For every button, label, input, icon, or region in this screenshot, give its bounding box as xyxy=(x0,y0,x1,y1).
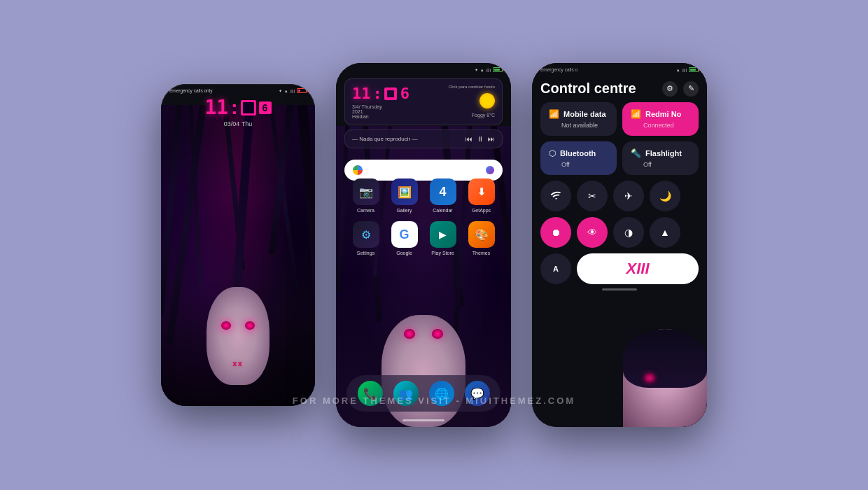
signal-status-icon: |||| xyxy=(290,89,295,93)
app-google[interactable]: G Google xyxy=(388,221,420,255)
tile-mobile-data[interactable]: 📶 Mobile data Not available xyxy=(540,102,617,136)
status-icons-right: ▲ |||| xyxy=(676,67,699,72)
flashlight-label: Flashlight xyxy=(645,149,682,158)
app-playstore[interactable]: ▶ Play Store xyxy=(427,221,458,255)
tiles-row-2: ⬡ Bluetooth Off 🔦 Flashlight Off xyxy=(540,141,699,175)
phone-center: ✦ ▲ |||| xyxy=(336,63,511,427)
tile-mobile-data-header: 📶 Mobile data xyxy=(549,109,608,119)
anime-head xyxy=(623,329,707,427)
tile-flashlight-header: 🔦 Flashlight xyxy=(631,148,690,158)
clock-box1 xyxy=(384,88,397,100)
clock-hour: 11 xyxy=(352,85,371,102)
play-icon[interactable]: ⏸ xyxy=(477,135,484,143)
next-icon[interactable]: ⏭ xyxy=(488,135,495,143)
music-controls[interactable]: ⏮ ⏸ ⏭ xyxy=(465,135,495,143)
playstore-icon[interactable]: ▶ xyxy=(430,221,456,248)
app-settings[interactable]: ⚙ Settings xyxy=(350,221,382,255)
watermark: FOR MORE THEMES VISIT - MIUITHEMEZ.COM xyxy=(293,396,575,406)
scissors-toggle[interactable]: ✂ xyxy=(577,181,608,211)
tile-flashlight[interactable]: 🔦 Flashlight Off xyxy=(622,141,699,175)
sun-icon xyxy=(479,93,495,108)
phone-left: Emergency calls only ✦ ▲ |||| 11 : 6 03/… xyxy=(161,84,315,406)
status-icons-center: ✦ ▲ |||| xyxy=(475,67,503,72)
anime-face: xx xyxy=(206,287,270,385)
playstore-label: Play Store xyxy=(431,251,454,255)
bluetooth-center-icon: ✦ xyxy=(475,67,478,72)
mobile-data-icon: 📶 xyxy=(549,109,559,119)
app-themes[interactable]: 🎨 Themes xyxy=(465,221,497,255)
status-right-left: Emergency calls o xyxy=(540,67,578,72)
hour-digit: 11 xyxy=(204,98,228,118)
toggles-row-2: ⏺ 👁 ◑ ▲ xyxy=(540,217,699,248)
battery-icon-center xyxy=(493,67,503,72)
redmi-label: Redmi No xyxy=(645,110,681,118)
tile-redmi-header: 📶 Redmi No xyxy=(631,109,690,119)
control-header: Control centre ⚙ ✎ xyxy=(540,74,699,102)
handle-indicator xyxy=(602,288,637,290)
clock-colon: : xyxy=(373,85,382,102)
camera-icon[interactable]: 📷 xyxy=(353,178,379,205)
app-row-1: 📷 Camera 🖼️ Gallery 4 Calendar ⬇ GetApps xyxy=(346,178,500,213)
record-toggle[interactable]: ⏺ xyxy=(540,217,571,248)
tiles-row-1: 📶 Mobile data Not available 📶 Redmi No C… xyxy=(540,102,699,136)
handle-container xyxy=(540,288,699,290)
signal-center-icon: |||| xyxy=(486,68,491,72)
control-header-icons: ⚙ ✎ xyxy=(662,81,699,97)
calendar-icon[interactable]: 4 xyxy=(430,178,456,205)
app-calendar[interactable]: 4 Calendar xyxy=(427,178,458,213)
airplane-toggle[interactable]: ✈ xyxy=(613,181,644,211)
auto-btn[interactable]: A xyxy=(540,253,571,284)
eye-toggle[interactable]: 👁 xyxy=(577,217,608,248)
battery-icon-right xyxy=(689,67,699,72)
themes-icon[interactable]: 🎨 xyxy=(468,221,495,248)
edit-icon-btn[interactable]: ✎ xyxy=(683,81,699,97)
roman-bar[interactable]: XIII xyxy=(577,253,699,284)
moon-toggle[interactable]: 🌙 xyxy=(650,181,680,211)
settings-label: Settings xyxy=(357,251,374,255)
tile-bluetooth[interactable]: ⬡ Bluetooth Off xyxy=(540,141,617,175)
music-widget: — Nada que reproducir — ⏮ ⏸ ⏭ xyxy=(344,130,503,148)
anime-eye-left xyxy=(221,321,231,330)
flashlight-sublabel: Off xyxy=(631,161,690,168)
contrast-toggle[interactable]: ◑ xyxy=(613,217,644,248)
lock-time: 11 : 6 03/04 Thu xyxy=(161,97,315,127)
app-getapps[interactable]: ⬇ GetApps xyxy=(465,178,497,213)
mic-icon[interactable] xyxy=(486,166,494,174)
anime-eyes xyxy=(221,321,255,330)
location-toggle[interactable]: ▲ xyxy=(650,217,680,248)
bottom-row: A XIII xyxy=(540,253,699,284)
app-gallery[interactable]: 🖼️ Gallery xyxy=(388,178,420,213)
prev-icon[interactable]: ⏮ xyxy=(465,135,472,143)
google-icon[interactable]: G xyxy=(391,221,418,248)
roman-numeral: XIII xyxy=(626,260,649,278)
calendar-label: Calendar xyxy=(433,208,452,213)
center-eyes xyxy=(404,329,443,339)
app-camera[interactable]: 📷 Camera xyxy=(350,178,382,213)
getapps-label: GetApps xyxy=(472,208,491,213)
status-emergency-left: Emergency calls only xyxy=(169,88,212,93)
wifi-toggle[interactable] xyxy=(540,181,571,211)
app-row-2: ⚙ Settings G Google ▶ Play Store 🎨 Theme… xyxy=(346,221,500,255)
anime-eye-right xyxy=(245,321,255,330)
wifi-right-icon: ▲ xyxy=(676,68,680,72)
tile-bluetooth-header: ⬡ Bluetooth xyxy=(549,148,608,158)
tile-redmi[interactable]: 📶 Redmi No Connected xyxy=(622,102,699,136)
dock: 📞 👥 🌐 💬 xyxy=(346,375,500,412)
flashlight-tile-icon: 🔦 xyxy=(631,148,641,158)
redmi-icon: 📶 xyxy=(631,109,641,119)
phone-right: Emergency calls o ▲ |||| Control centre … xyxy=(532,63,707,427)
bluetooth-label: Bluetooth xyxy=(560,149,596,158)
time-display: 11 : 6 xyxy=(204,97,271,119)
settings-icon[interactable]: ⚙ xyxy=(353,221,379,248)
search-bar[interactable] xyxy=(344,160,503,181)
settings-icon-btn[interactable]: ⚙ xyxy=(662,81,678,97)
anime-xx-marks: xx xyxy=(232,360,243,368)
app-grid: 📷 Camera 🖼️ Gallery 4 Calendar ⬇ GetApps xyxy=(346,178,500,264)
bluetooth-status-icon: ✦ xyxy=(279,88,282,93)
gallery-icon[interactable]: 🖼️ xyxy=(391,178,418,205)
getapps-icon[interactable]: ⬇ xyxy=(468,178,495,205)
redmi-sublabel: Connected xyxy=(631,122,690,129)
status-bar-center: ✦ ▲ |||| xyxy=(336,63,511,74)
status-icons-left: ✦ ▲ |||| xyxy=(279,88,307,93)
clock-left: 11 : 6 3/4/ Thursday 2021 Haidian xyxy=(352,85,410,119)
